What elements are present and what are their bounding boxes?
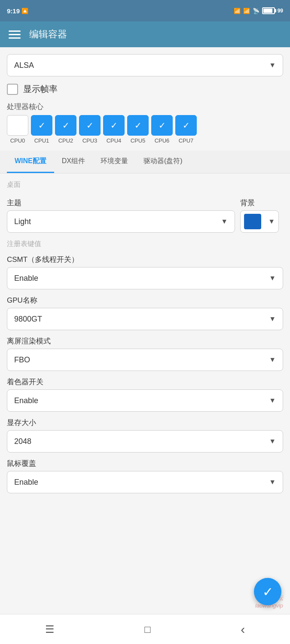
cpu1-label: CPU1 [34,137,49,144]
tab-dx-components[interactable]: DX组件 [54,151,93,173]
mouse-cover-dropdown[interactable]: Enable ▼ [7,471,283,493]
registry-subsection-label: 注册表键值 [7,240,283,249]
gpu-label: GPU名称 [7,295,283,305]
csmt-dropdown[interactable]: Enable ▼ [7,267,283,289]
shader-arrow-icon: ▼ [269,397,276,404]
show-fps-checkbox[interactable] [7,84,18,95]
tab-env-vars[interactable]: 环境变量 [93,151,136,173]
nav-home-icon[interactable]: □ [144,623,151,635]
bg-arrow-icon: ▼ [268,218,275,225]
theme-label: 主题 [7,198,235,208]
cpu0-item: CPU0 [7,115,28,144]
csmt-value: Enable [14,274,38,283]
cpu-section-label: 处理器核心 [7,102,283,112]
shader-value: Enable [14,396,38,405]
csmt-arrow-icon: ▼ [269,274,276,282]
wifi-icon: 📡 [253,8,259,14]
cpu3-item: ✓ CPU3 [79,115,101,144]
alsa-arrow-icon: ▼ [269,61,276,69]
vram-value: 2048 [14,437,31,446]
nav-menu-icon[interactable]: ☰ [45,623,55,635]
cpu3-label: CPU3 [82,137,98,144]
bg-color-swatch [244,214,261,229]
cpu1-item: ✓ CPU1 [31,115,52,144]
mouse-cover-label: 鼠标覆盖 [7,459,283,468]
battery-percent: 99 [278,8,283,14]
theme-col: 主题 Light ▼ [7,192,235,233]
cpu6-item: ✓ CPU6 [151,115,173,144]
cpu3-checkbox[interactable]: ✓ [79,115,101,136]
shader-label: 着色器开关 [7,377,283,387]
offscreen-value: FBO [14,355,30,365]
offscreen-arrow-icon: ▼ [269,356,276,364]
time-display: 9:19 [7,7,20,15]
signal-icon: 📶 [234,8,241,14]
check-icon: ✓ [263,584,273,599]
mouse-cover-value: Enable [14,478,38,487]
tab-bar: WINE配置 DX组件 环境变量 驱动器(盘符) [0,151,290,173]
status-time-area: 9:19 🔼 [7,7,28,15]
page-title: 编辑容器 [29,28,67,41]
cpu7-item: ✓ CPU7 [175,115,197,144]
vram-label: 显存大小 [7,418,283,428]
gpu-arrow-icon: ▼ [269,315,276,323]
cpu2-checkbox[interactable]: ✓ [55,115,76,136]
theme-arrow-icon: ▼ [221,218,228,225]
bg-dropdown[interactable]: ▼ [240,210,279,233]
desktop-subsection-label: 桌面 [7,180,283,189]
show-fps-label: 显示帧率 [23,83,58,95]
cpu1-checkbox[interactable]: ✓ [31,115,52,136]
offscreen-dropdown[interactable]: FBO ▼ [7,349,283,371]
alsa-dropdown[interactable]: ALSA ▼ [7,54,283,76]
status-icons: 📶 📶 📡 99 [234,7,283,14]
gpu-dropdown[interactable]: 9800GT ▼ [7,308,283,330]
offscreen-label: 离屏渲染模式 [7,336,283,346]
nav-back-icon[interactable]: ‹ [241,622,245,637]
cpu4-item: ✓ CPU4 [103,115,125,144]
cpu6-checkbox[interactable]: ✓ [151,115,173,136]
vram-arrow-icon: ▼ [269,437,276,445]
battery-indicator [262,7,275,14]
bg-col: 背景 ▼ [240,192,283,233]
theme-dropdown[interactable]: Light ▼ [7,210,235,233]
upload-icon: 🔼 [21,8,28,14]
cpu4-label: CPU4 [107,137,122,144]
cpu4-checkbox[interactable]: ✓ [103,115,125,136]
alsa-value: ALSA [14,61,34,70]
shader-dropdown[interactable]: Enable ▼ [7,389,283,412]
cpu2-label: CPU2 [58,137,73,144]
cpu0-label: CPU0 [10,137,25,144]
cpu7-checkbox[interactable]: ✓ [175,115,197,136]
bg-label: 背景 [240,198,283,208]
status-bar: 9:19 🔼 📶 📶 📡 99 [0,0,290,21]
mouse-cover-arrow-icon: ▼ [269,478,276,486]
top-bar: 编辑容器 [0,21,290,47]
cpu5-label: CPU5 [131,137,146,144]
bottom-nav: ☰ □ ‹ [0,614,290,644]
cpu5-item: ✓ CPU5 [127,115,149,144]
cpu0-checkbox[interactable] [7,115,28,136]
theme-value: Light [14,217,31,226]
cpu6-label: CPU6 [155,137,170,144]
wine-config-content: 桌面 主题 Light ▼ 背景 ▼ 注册表键值 CSMT（多线程开关） [7,180,283,493]
main-content: ALSA ▼ 显示帧率 处理器核心 CPU0 ✓ CPU1 ✓ CPU2 ✓ C… [0,47,290,500]
gpu-value: 9800GT [14,315,42,324]
confirm-fab[interactable]: ✓ [254,578,281,605]
cpu2-item: ✓ CPU2 [55,115,76,144]
csmt-label: CSMT（多线程开关） [7,255,283,264]
cpu5-checkbox[interactable]: ✓ [127,115,149,136]
signal2-icon: 📶 [243,8,250,14]
show-fps-row: 显示帧率 [7,83,283,95]
cpu-grid: CPU0 ✓ CPU1 ✓ CPU2 ✓ CPU3 ✓ CPU4 ✓ CPU5 … [7,115,283,144]
vram-dropdown[interactable]: 2048 ▼ [7,430,283,453]
cpu7-label: CPU7 [179,137,194,144]
menu-button[interactable] [9,30,21,39]
tab-wine-config[interactable]: WINE配置 [7,151,54,173]
tab-drives[interactable]: 驱动器(盘符) [136,151,190,173]
